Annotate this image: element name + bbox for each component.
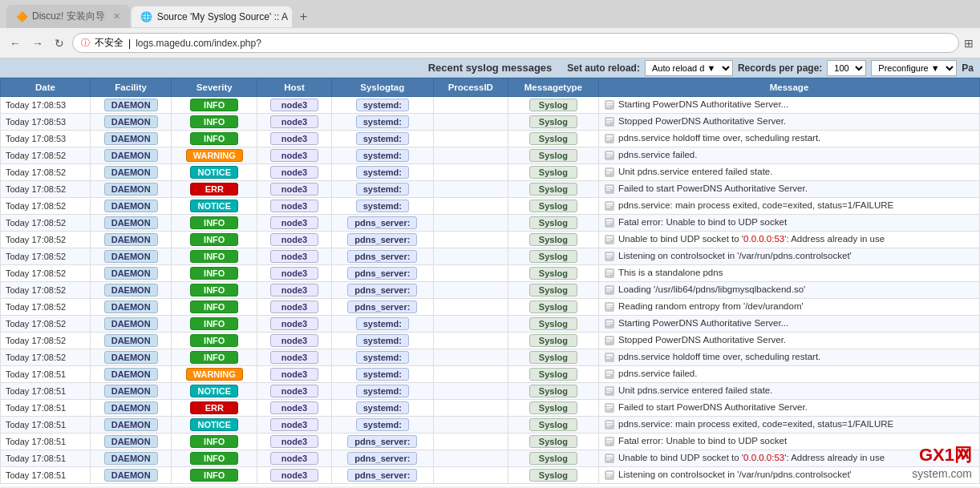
cell-syslogtag: pdns_server: <box>331 265 433 282</box>
cell-message: Fatal error: Unable to bind to UDP socke… <box>599 215 980 232</box>
cell-message: Starting PowerDNS Authoritative Server..… <box>599 97 980 114</box>
cell-date: Today 17:08:51 <box>1 450 91 467</box>
top-bar-controls: Set auto reload: Auto reload d ▼ Records… <box>567 60 974 76</box>
col-processid: ProcessID <box>433 79 508 97</box>
cell-message: Loading '/usr/lib64/pdns/libgmysqlbacken… <box>599 282 980 299</box>
refresh-button[interactable]: ↻ <box>51 35 67 51</box>
cell-date: Today 17:08:51 <box>1 467 91 484</box>
table-row: Today 17:08:52DAEMONINFOnode3pdns_server… <box>1 215 980 232</box>
cell-date: Today 17:08:52 <box>1 349 91 366</box>
cell-syslogtag: systemd: <box>331 400 433 417</box>
cell-severity: NOTICE <box>172 198 257 215</box>
cell-processid <box>433 97 508 114</box>
cell-host: node3 <box>257 467 332 484</box>
svg-rect-46 <box>606 289 613 290</box>
table-row: Today 17:08:53DAEMONINFOnode3systemd:Sys… <box>1 114 980 131</box>
table-row: Today 17:08:52DAEMONINFOnode3systemd:Sys… <box>1 333 980 349</box>
table-row: Today 17:08:52DAEMONNOTICEnode3systemd:S… <box>1 164 980 181</box>
svg-rect-50 <box>606 306 613 307</box>
table-row: Today 17:08:52DAEMONINFOnode3pdns_server… <box>1 248 980 265</box>
cell-date: Today 17:08:52 <box>1 181 91 198</box>
cell-host: node3 <box>257 434 332 450</box>
table-row: Today 17:08:51DAEMONINFOnode3pdns_server… <box>1 434 980 450</box>
cell-host: node3 <box>257 383 332 400</box>
cell-message: pdns.service holdoff time over, scheduli… <box>599 349 980 366</box>
new-tab-button[interactable]: + <box>294 10 314 24</box>
cell-date: Today 17:08:52 <box>1 147 91 164</box>
cell-processid <box>433 434 508 450</box>
svg-rect-81 <box>606 438 613 440</box>
cell-date: Today 17:08:53 <box>1 131 91 147</box>
page-title-bar: Recent syslog messages Set auto reload: … <box>0 58 980 78</box>
table-row: Today 17:08:52DAEMONINFOnode3pdns_server… <box>1 232 980 248</box>
svg-rect-39 <box>606 257 610 258</box>
svg-rect-38 <box>606 256 613 256</box>
cell-severity: INFO <box>172 333 257 349</box>
cell-messagetype: Syslog <box>508 450 598 467</box>
table-row: Today 17:08:52DAEMONINFOnode3systemd:Sys… <box>1 349 980 366</box>
back-button[interactable]: ← <box>6 35 24 51</box>
cell-message: pdns.service failed. <box>599 147 980 164</box>
table-row: Today 17:08:53DAEMONINFOnode3systemd:Sys… <box>1 131 980 147</box>
cell-facility: DAEMON <box>90 198 171 215</box>
tab-discuz[interactable]: 🔶 Discuz! 安装向导 ✕ <box>6 5 130 28</box>
security-label: 不安全 <box>95 36 124 50</box>
cell-processid <box>433 164 508 181</box>
cell-syslogtag: pdns_server: <box>331 450 433 467</box>
cell-severity: INFO <box>172 299 257 316</box>
auto-reload-select[interactable]: Auto reload d ▼ <box>645 60 733 76</box>
cell-host: node3 <box>257 316 332 333</box>
cell-processid <box>433 198 508 215</box>
cell-message: Failed to start PowerDNS Authoritative S… <box>599 181 980 198</box>
cell-messagetype: Syslog <box>508 400 598 417</box>
cell-date: Today 17:08:53 <box>1 114 91 131</box>
address-bar[interactable]: ⓘ 不安全 | logs.magedu.com/index.php? <box>72 33 959 53</box>
svg-rect-62 <box>606 357 613 357</box>
cell-message: Stopped PowerDNS Authoritative Server. <box>599 333 980 349</box>
records-per-page-select[interactable]: 100 <box>827 60 866 76</box>
cell-facility: DAEMON <box>90 147 171 164</box>
cell-processid <box>433 383 508 400</box>
cell-message: pdns.service failed. <box>599 366 980 383</box>
svg-rect-59 <box>606 341 610 342</box>
table-row: Today 17:08:52DAEMONINFOnode3systemd:Sys… <box>1 316 980 333</box>
cell-host: node3 <box>257 114 332 131</box>
cell-severity: INFO <box>172 282 257 299</box>
table-header-row: Date Facility Severity Host Syslogtag Pr… <box>1 79 980 97</box>
svg-rect-25 <box>606 203 613 204</box>
cell-processid <box>433 333 508 349</box>
set-auto-reload-label: Set auto reload: <box>567 63 640 74</box>
cell-date: Today 17:08:52 <box>1 232 91 248</box>
forward-button[interactable]: → <box>29 35 47 51</box>
cell-processid <box>433 467 508 484</box>
table-row: Today 17:08:51DAEMONNOTICEnode3systemd:S… <box>1 417 980 434</box>
cell-processid <box>433 248 508 265</box>
svg-rect-30 <box>606 222 613 223</box>
svg-rect-61 <box>606 354 613 356</box>
preconfigure-select[interactable]: Preconfigure ▼ <box>871 60 957 76</box>
svg-rect-79 <box>606 425 610 426</box>
cell-message: Unit pdns.service entered failed state. <box>599 383 980 400</box>
cell-messagetype: Syslog <box>508 97 598 114</box>
col-syslogtag: Syslogtag <box>331 79 433 97</box>
cell-severity: INFO <box>172 215 257 232</box>
cell-messagetype: Syslog <box>508 181 598 198</box>
cell-host: node3 <box>257 232 332 248</box>
col-host: Host <box>257 79 332 97</box>
cell-syslogtag: systemd: <box>331 147 433 164</box>
cell-facility: DAEMON <box>90 316 171 333</box>
svg-rect-83 <box>606 442 610 443</box>
cell-messagetype: Syslog <box>508 215 598 232</box>
cell-message: pdns.service: main process exited, code=… <box>599 417 980 434</box>
tab-syslog[interactable]: 🌐 Source 'My Syslog Source' :: A ✕ <box>132 6 292 27</box>
cell-date: Today 17:08:52 <box>1 198 91 215</box>
cell-severity: WARNING <box>172 147 257 164</box>
col-messagetype: Messagetype <box>508 79 598 97</box>
cell-message: pdns.service: main process exited, code=… <box>599 198 980 215</box>
svg-rect-17 <box>606 169 613 171</box>
cell-processid <box>433 181 508 198</box>
tab-close-discuz[interactable]: ✕ <box>113 11 120 22</box>
page-title: Recent syslog messages <box>428 62 553 74</box>
cell-host: node3 <box>257 366 332 383</box>
cell-processid <box>433 232 508 248</box>
